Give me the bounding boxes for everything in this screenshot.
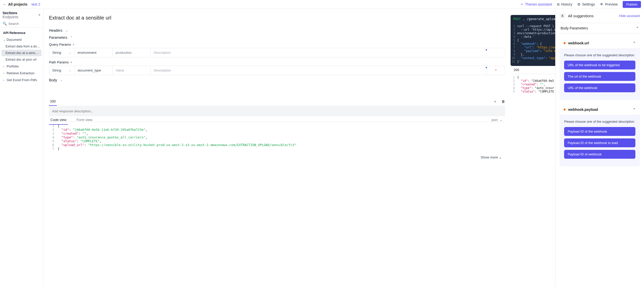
path-param-type: String [52, 68, 61, 72]
unsaved-indicator-icon [486, 67, 487, 68]
assistant-section-label: Body Parameters [561, 26, 588, 30]
search-input[interactable] [8, 22, 41, 26]
status-dot-icon [564, 109, 566, 111]
body-section-toggle[interactable]: Body ⌄ [49, 78, 505, 82]
suggestion-option[interactable]: The url of the webhook [564, 72, 635, 81]
preview-response-tab[interactable]: 200 [511, 66, 555, 74]
suggestion-card-header[interactable]: webhook.url⌃ [560, 38, 640, 49]
response-view-tabs: Code view Form view json ⌄ [49, 118, 505, 122]
status-dot-icon [564, 42, 566, 44]
history-link[interactable]: ⧉ History [557, 2, 572, 7]
settings-link[interactable]: ⚙ Settings [577, 2, 595, 6]
code-preview-panel: POST ⌄ /generate_upload_url{d 1curl --re… [511, 9, 555, 287]
suggestion-prompt: Please choose one of the suggested descr… [560, 120, 640, 127]
theneo-assistant-link[interactable]: ✧ Theneo assistant [520, 2, 552, 6]
tree-item-retrieve[interactable]: › Retrieve Extraction [0, 70, 43, 77]
add-section-button[interactable]: + [38, 13, 41, 17]
response-description-input[interactable] [49, 106, 505, 116]
sidebar: Sections Endpoints + 🔍 API Reference ⌄ D… [0, 9, 43, 287]
query-param-desc[interactable]: Description [151, 48, 487, 57]
show-more-button[interactable]: Show more ⌄ [49, 153, 505, 162]
topbar-right: ✧ Theneo assistant ⧉ History ⚙ Settings … [520, 1, 641, 8]
path-param-name[interactable]: document_type [75, 66, 113, 75]
query-param-type: String [52, 51, 61, 55]
response-code-block[interactable]: 1{2 "id": "246a6f60-0e5b-11eb-b720-295a6… [49, 122, 505, 153]
response-status-tab[interactable]: 200 [49, 97, 57, 106]
tree-child-extract-sensible[interactable]: Extract doc at a sensible url [2, 50, 42, 56]
path-params-header: Path Params + [49, 60, 505, 64]
form-view-tab[interactable]: Form view [75, 115, 94, 124]
tree-label-portfolio: Portfolio [7, 64, 19, 68]
suggestion-option[interactable]: Payload ID of webhook [564, 150, 635, 159]
sidebar-search[interactable]: 🔍 [0, 20, 43, 27]
tree-item-excel[interactable]: › Get Excel From Pdfs [0, 77, 43, 83]
code-view-tab[interactable]: Code view [49, 115, 68, 125]
chevron-up-icon: ⌃ [633, 107, 636, 112]
suggestion-card: webhook.payload⌃Please choose one of the… [560, 104, 640, 166]
chevron-down-icon: ⌄ [69, 69, 71, 72]
delete-response-button[interactable]: 🗑 [501, 99, 505, 104]
headers-section-toggle[interactable]: Headers ⌄ [49, 28, 505, 32]
tab-sections[interactable]: Sections [3, 11, 17, 15]
tree-label-retrieve: Retrieve Extraction [7, 71, 34, 75]
response-tabs: 200 ＋ 🗑 [49, 97, 505, 106]
chevron-down-icon: ⌄ [60, 78, 63, 82]
query-param-name[interactable]: environment [75, 48, 113, 57]
chevron-down-icon[interactable]: ⌄ [523, 17, 525, 21]
suggestion-field-name: webhook.payload [568, 107, 633, 112]
history-icon: ⧉ [557, 2, 560, 7]
sidebar-tree: API Reference ⌄ Document Extract data fr… [0, 27, 43, 85]
main-content: Extract doc at a sensible url Headers ⌄ … [43, 9, 511, 287]
suggestion-option[interactable]: Payload ID of the webhook [564, 127, 635, 136]
sidebar-tabs: Sections Endpoints + [0, 9, 43, 20]
suggestion-option[interactable]: Payload ID of the webhook to load [564, 138, 635, 147]
curl-block[interactable]: 1curl --request POST \2 --url 'https://a… [511, 23, 555, 66]
breadcrumb-project[interactable]: test 2 [31, 2, 40, 6]
chevron-right-icon: › [3, 78, 6, 82]
parameters-section-toggle[interactable]: Parameters ⌃ [49, 35, 505, 40]
assistant-icon: ✧ [520, 2, 524, 6]
path-param-desc[interactable]: Description [151, 66, 487, 75]
topbar: ← All projects test 2 ✧ Theneo assistant… [0, 0, 644, 9]
back-all-projects[interactable]: ← All projects [3, 2, 27, 6]
http-method: POST [513, 17, 521, 21]
tree-header-api-reference[interactable]: API Reference [0, 29, 43, 36]
tree-item-portfolio[interactable]: › Portfolio [0, 63, 43, 70]
chevron-down-icon: ⌄ [499, 155, 502, 159]
query-param-type-select[interactable]: String ⌄ [49, 48, 75, 57]
assistant-section-header[interactable]: Body Parameters ⌃ [560, 23, 640, 33]
path-param-value[interactable]: Value [113, 66, 151, 75]
suggestion-option[interactable]: URL of the webhook to be triggered [564, 61, 635, 69]
request-path: /generate_upload_url{d [527, 17, 555, 21]
preview-response-code[interactable]: 1{2 "id": "246a6f60-0e53 "created": "",4… [511, 74, 555, 95]
format-label: json [492, 118, 498, 122]
tree-item-document[interactable]: ⌄ Document [0, 36, 43, 43]
assistant-title: All suggestions [568, 14, 594, 18]
query-params-label: Query Params [49, 43, 71, 46]
publish-button[interactable]: Publish [623, 1, 641, 8]
path-param-type-select[interactable]: String ⌄ [49, 66, 75, 75]
suggestion-card-header[interactable]: webhook.payload⌃ [560, 104, 640, 115]
tab-endpoints[interactable]: Endpoints [3, 15, 18, 19]
query-param-value[interactable]: production [113, 48, 151, 57]
tree-label-excel: Get Excel From Pdfs [7, 78, 37, 82]
query-params-header: Query Params + [49, 43, 505, 46]
chevron-up-icon: ⌃ [636, 26, 639, 30]
hide-assistant-button[interactable]: Hide assistant [619, 14, 640, 18]
history-label: History [561, 2, 572, 6]
settings-label: Settings [582, 2, 595, 6]
unsaved-indicator-icon [486, 49, 487, 50]
suggestion-option[interactable]: URL of the webhook [564, 83, 635, 92]
chevron-down-icon: ⌄ [500, 118, 502, 122]
add-query-param-button[interactable]: + [73, 43, 75, 46]
chevron-down-icon: ⌄ [69, 51, 71, 54]
add-path-param-button[interactable]: + [70, 60, 72, 64]
tree-child-extract-your-url[interactable]: Extract doc at your url [0, 56, 43, 63]
tree-child-extract-data[interactable]: Extract data from a docum... [0, 43, 43, 50]
format-select[interactable]: json ⌄ [492, 118, 505, 122]
assistant-panel: 6 All suggestions Hide assistant Body Pa… [555, 9, 644, 287]
add-response-button[interactable]: ＋ [493, 99, 497, 104]
query-param-actions [487, 48, 505, 57]
back-label: All projects [8, 2, 27, 6]
preview-link[interactable]: 👁 Preview [600, 2, 618, 6]
